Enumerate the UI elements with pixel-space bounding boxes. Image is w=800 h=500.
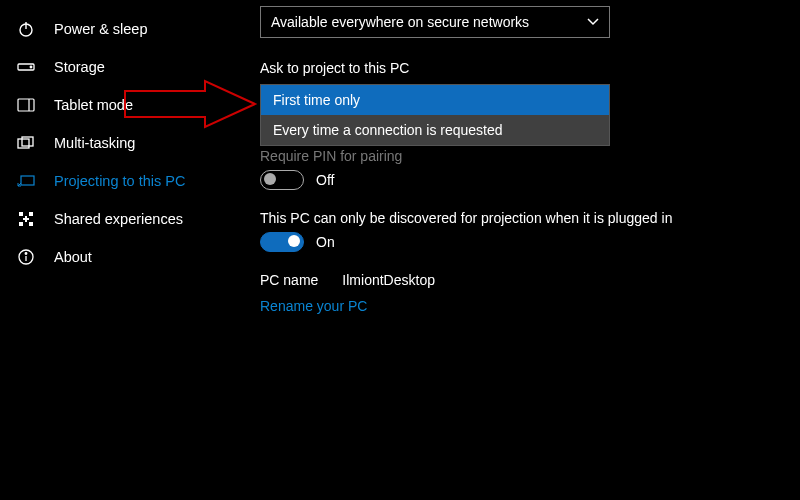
- require-pin-toggle[interactable]: [260, 170, 304, 190]
- ask-option-every-time[interactable]: Every time a connection is requested: [261, 115, 609, 145]
- sidebar-item-shared-experiences[interactable]: Shared experiences: [0, 200, 260, 238]
- sidebar-item-label: Projecting to this PC: [54, 173, 185, 189]
- option-label: Every time a connection is requested: [273, 122, 503, 138]
- projecting-icon: [16, 171, 36, 191]
- svg-rect-10: [29, 212, 33, 216]
- sidebar-item-multitasking[interactable]: Multi-tasking: [0, 124, 260, 162]
- ask-to-project-label: Ask to project to this PC: [260, 60, 800, 76]
- svg-rect-9: [19, 212, 23, 216]
- main-content: Available everywhere on secure networks …: [260, 0, 800, 500]
- sidebar-item-label: Power & sleep: [54, 21, 148, 37]
- ask-to-project-dropdown-open[interactable]: First time only Every time a connection …: [260, 84, 610, 146]
- svg-rect-8: [21, 176, 34, 185]
- sidebar-item-about[interactable]: About: [0, 238, 260, 276]
- discover-toggle[interactable]: [260, 232, 304, 252]
- rename-pc-link[interactable]: Rename your PC: [260, 298, 367, 314]
- sidebar-item-projecting[interactable]: Projecting to this PC: [0, 162, 260, 200]
- sidebar-item-power-sleep[interactable]: Power & sleep: [0, 10, 260, 48]
- sidebar-item-storage[interactable]: Storage: [0, 48, 260, 86]
- sidebar-item-tablet-mode[interactable]: Tablet mode: [0, 86, 260, 124]
- shared-experiences-icon: [16, 209, 36, 229]
- sidebar-item-label: Shared experiences: [54, 211, 183, 227]
- power-icon: [16, 19, 36, 39]
- discover-label: This PC can only be discovered for proje…: [260, 210, 800, 226]
- sidebar-item-label: Storage: [54, 59, 105, 75]
- multitasking-icon: [16, 133, 36, 153]
- discover-toggle-state: On: [316, 234, 335, 250]
- info-icon: [16, 247, 36, 267]
- svg-point-3: [30, 66, 32, 68]
- sidebar-item-label: Multi-tasking: [54, 135, 135, 151]
- svg-rect-11: [19, 222, 23, 226]
- require-pin-toggle-state: Off: [316, 172, 334, 188]
- sidebar-item-label: Tablet mode: [54, 97, 133, 113]
- pc-name-label: PC name: [260, 272, 318, 288]
- sidebar-item-label: About: [54, 249, 92, 265]
- ask-option-first-time[interactable]: First time only: [261, 85, 609, 115]
- require-pin-toggle-row: Off: [260, 170, 800, 190]
- option-label: First time only: [273, 92, 360, 108]
- svg-point-17: [25, 253, 27, 255]
- pc-name-row: PC name IlmiontDesktop: [260, 272, 800, 288]
- svg-rect-14: [25, 216, 27, 222]
- require-pin-label: Require PIN for pairing: [260, 148, 800, 164]
- discover-toggle-row: On: [260, 232, 800, 252]
- svg-rect-12: [29, 222, 33, 226]
- settings-page: Power & sleep Storage Tablet mode Multi-…: [0, 0, 800, 500]
- chevron-down-icon: [587, 18, 599, 26]
- availability-dropdown[interactable]: Available everywhere on secure networks: [260, 6, 610, 38]
- tablet-icon: [16, 95, 36, 115]
- svg-rect-4: [18, 99, 34, 111]
- pc-name-value: IlmiontDesktop: [342, 272, 435, 288]
- sidebar: Power & sleep Storage Tablet mode Multi-…: [0, 0, 260, 500]
- availability-value: Available everywhere on secure networks: [271, 14, 529, 30]
- storage-icon: [16, 57, 36, 77]
